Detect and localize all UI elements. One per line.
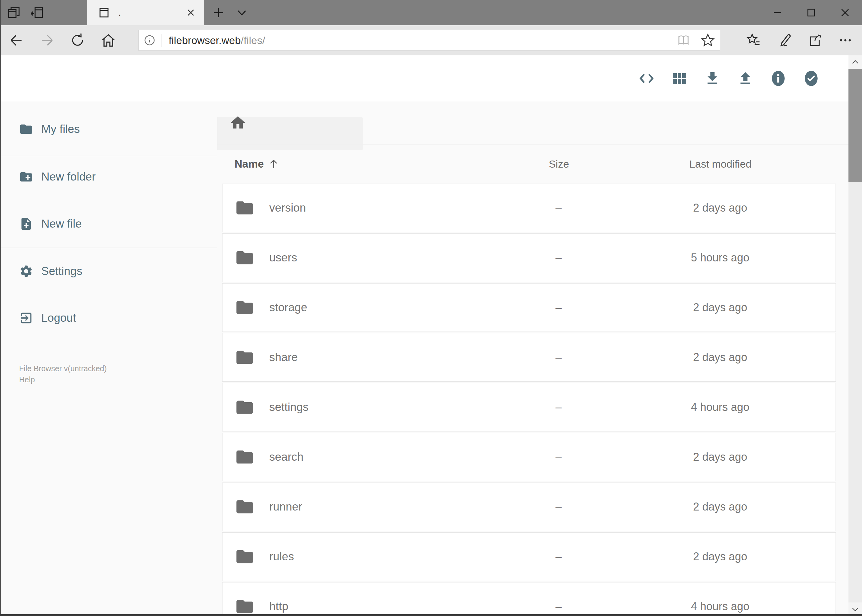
url-bar[interactable]: filebrowser.web/files/ bbox=[139, 30, 720, 51]
chevron-down-icon bbox=[851, 605, 860, 614]
folder-icon bbox=[235, 198, 255, 218]
close-icon bbox=[840, 7, 850, 18]
web-note-button[interactable] bbox=[775, 30, 794, 50]
sort-ascending-arrow-icon bbox=[268, 159, 279, 170]
minimize-button[interactable] bbox=[760, 0, 794, 25]
file-row-version[interactable]: version – 2 days ago bbox=[222, 184, 836, 232]
filebrowser-header bbox=[0, 55, 848, 102]
download-button[interactable] bbox=[704, 70, 721, 87]
column-header-name-label: Name bbox=[235, 158, 264, 170]
back-button[interactable] bbox=[6, 30, 26, 50]
scrollbar-thumb[interactable] bbox=[848, 69, 862, 182]
page-info-icon[interactable] bbox=[143, 34, 156, 47]
set-tabs-aside-button[interactable] bbox=[28, 3, 46, 22]
file-row-rules[interactable]: rules – 2 days ago bbox=[222, 532, 836, 581]
refresh-button[interactable] bbox=[68, 30, 87, 50]
file-size: – bbox=[491, 600, 626, 613]
file-modified: 5 hours ago bbox=[626, 251, 814, 264]
sidebar-item-settings[interactable]: Settings bbox=[0, 253, 217, 290]
sidebar-item-label: My files bbox=[41, 123, 80, 136]
file-row-users[interactable]: users – 5 hours ago bbox=[222, 233, 836, 282]
set-tabs-aside-icon bbox=[30, 6, 44, 20]
file-modified: 4 hours ago bbox=[626, 600, 814, 613]
tab-list-dropdown-button[interactable] bbox=[233, 3, 251, 22]
reading-view-icon[interactable] bbox=[676, 33, 691, 48]
sidebar-item-my-files[interactable]: My files bbox=[0, 111, 217, 148]
file-row-share[interactable]: share – 2 days ago bbox=[222, 333, 836, 382]
forward-button[interactable] bbox=[38, 30, 57, 50]
column-header-size[interactable]: Size bbox=[491, 158, 627, 170]
refresh-icon bbox=[69, 32, 85, 48]
hub-favorites-icon bbox=[745, 32, 762, 49]
code-view-button[interactable] bbox=[638, 70, 655, 87]
app-version-text: File Browser v(untracked) bbox=[19, 363, 217, 374]
file-row-settings[interactable]: settings – 4 hours ago bbox=[222, 383, 836, 432]
help-link[interactable]: Help bbox=[19, 374, 217, 385]
file-row-runner[interactable]: runner – 2 days ago bbox=[222, 482, 836, 531]
header-action-icons bbox=[638, 55, 819, 102]
close-window-button[interactable] bbox=[828, 0, 862, 25]
window-frame-bottom-border bbox=[0, 614, 862, 616]
folder-icon bbox=[235, 547, 255, 566]
maximize-button[interactable] bbox=[794, 0, 828, 25]
download-icon bbox=[704, 70, 721, 87]
more-options-button[interactable] bbox=[835, 30, 855, 50]
select-multiple-button[interactable] bbox=[803, 70, 819, 87]
file-modified: 4 hours ago bbox=[626, 401, 814, 414]
file-size: – bbox=[491, 401, 626, 414]
file-listing-area: Name Size Last modified version – 2 days… bbox=[217, 102, 848, 614]
grid-view-button[interactable] bbox=[671, 70, 688, 87]
code-brackets-icon bbox=[638, 70, 655, 87]
column-header-modified[interactable]: Last modified bbox=[627, 158, 814, 170]
sidebar-item-label: New folder bbox=[41, 170, 96, 183]
add-favorite-star-icon[interactable] bbox=[700, 33, 715, 48]
sidebar-item-new-folder[interactable]: New folder bbox=[0, 159, 217, 195]
info-circle-icon bbox=[770, 70, 786, 87]
file-row-storage[interactable]: storage – 2 days ago bbox=[222, 283, 836, 332]
new-tab-plus-icon bbox=[212, 6, 225, 19]
maximize-icon bbox=[806, 7, 816, 18]
url-host: filebrowser.web bbox=[169, 35, 241, 46]
file-name: share bbox=[269, 351, 491, 364]
minimize-icon bbox=[772, 7, 783, 18]
tab-preview-icon bbox=[7, 6, 21, 20]
sidebar-footer: File Browser v(untracked) Help bbox=[19, 363, 217, 385]
file-row-search[interactable]: search – 2 days ago bbox=[222, 433, 836, 481]
window-controls bbox=[760, 0, 862, 25]
page-scrollbar[interactable] bbox=[848, 55, 862, 616]
folder-icon bbox=[19, 122, 33, 136]
file-modified: 2 days ago bbox=[626, 451, 814, 464]
share-button[interactable] bbox=[805, 30, 825, 50]
upload-button[interactable] bbox=[737, 70, 754, 87]
file-modified: 2 days ago bbox=[626, 500, 814, 513]
file-modified: 2 days ago bbox=[626, 550, 814, 563]
file-name: search bbox=[269, 451, 491, 464]
tab-preview-button[interactable] bbox=[5, 3, 23, 22]
close-tab-icon[interactable] bbox=[184, 6, 198, 19]
sidebar-item-new-file[interactable]: New file bbox=[0, 206, 217, 242]
url-text[interactable]: filebrowser.web/files/ bbox=[169, 35, 676, 46]
file-row-http[interactable]: http – 4 hours ago bbox=[222, 582, 836, 614]
file-name: version bbox=[269, 201, 491, 214]
new-tab-button[interactable] bbox=[209, 3, 228, 22]
file-modified: 2 days ago bbox=[626, 301, 814, 314]
sidebar-item-logout[interactable]: Logout bbox=[0, 300, 217, 336]
listing-column-headers: Name Size Last modified bbox=[222, 145, 836, 183]
tab-title: . bbox=[118, 7, 184, 18]
scroll-up-button[interactable] bbox=[848, 55, 862, 69]
file-name: storage bbox=[269, 301, 491, 314]
forward-icon bbox=[39, 32, 55, 48]
home-button[interactable] bbox=[98, 30, 118, 50]
active-tab[interactable]: . bbox=[87, 0, 204, 25]
folder-icon bbox=[235, 248, 255, 267]
file-size: – bbox=[491, 451, 626, 464]
folder-icon bbox=[235, 347, 255, 367]
file-modified: 2 days ago bbox=[626, 201, 814, 214]
breadcrumb-home-icon[interactable] bbox=[229, 114, 246, 131]
info-button[interactable] bbox=[770, 70, 786, 87]
column-header-name[interactable]: Name bbox=[235, 158, 491, 170]
sidebar-divider bbox=[0, 156, 217, 156]
hub-favorites-button[interactable] bbox=[744, 30, 764, 50]
ellipsis-icon bbox=[837, 32, 854, 49]
folder-plus-icon bbox=[19, 170, 33, 184]
